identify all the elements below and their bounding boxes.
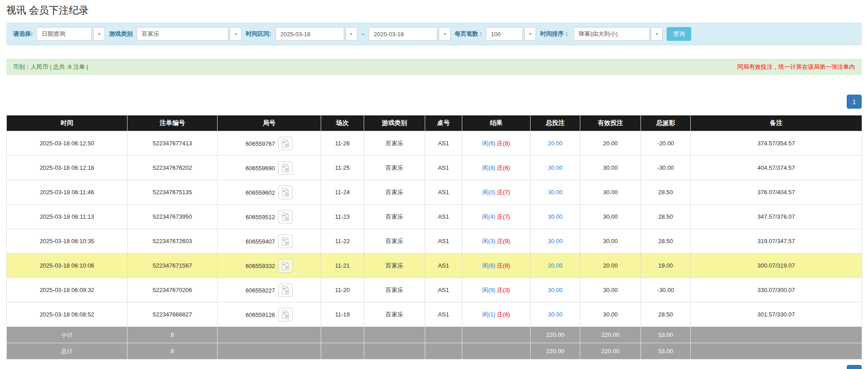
cell-table-no: AS1 bbox=[425, 254, 462, 278]
table-row[interactable]: 2025-03-18 06:11:46 522347675135 6065596… bbox=[7, 180, 862, 205]
cell-empty bbox=[691, 327, 862, 343]
table-row-highlighted[interactable]: 2025-03-18 06:10:06 522347671567 6065593… bbox=[7, 254, 862, 278]
page-size-value: 100 bbox=[486, 27, 523, 41]
cell-payout: -30.00 bbox=[641, 156, 691, 180]
cell-bet-id: 522347677413 bbox=[128, 131, 218, 156]
video-replay-button[interactable] bbox=[278, 210, 293, 224]
video-replay-button[interactable] bbox=[278, 161, 293, 175]
cell-total-bet: 20.00 bbox=[531, 131, 580, 156]
cell-time: 2025-03-18 06:12:18 bbox=[7, 156, 128, 180]
cell-empty bbox=[462, 327, 531, 343]
cell-valid-bet: 30.00 bbox=[580, 302, 641, 327]
cell-payout: 28.50 bbox=[641, 302, 691, 327]
game-type-dropdown[interactable]: 百家乐 ▼ bbox=[137, 27, 242, 41]
page-1-button[interactable]: 1 bbox=[847, 365, 862, 369]
total-bet-link[interactable]: 30.00 bbox=[548, 287, 563, 293]
cell-valid-bet: 30.00 bbox=[580, 205, 641, 229]
table-header-row: 时间 注单编号 局号 场次 游戏类别 桌号 结果 总投注 有效投注 总派彩 备注 bbox=[7, 115, 862, 131]
video-replay-button[interactable] bbox=[278, 137, 293, 150]
date-to-value: 2025-03-18 bbox=[369, 27, 437, 41]
search-button[interactable]: 查询 bbox=[667, 27, 691, 41]
cell-table-no: AS1 bbox=[425, 302, 462, 327]
currency-total-text: 币别：人民币 | 总共 :8 注单 | bbox=[13, 63, 88, 71]
cell-game-type: 百家乐 bbox=[364, 131, 425, 156]
header-time: 时间 bbox=[7, 115, 128, 131]
table-row[interactable]: 2025-03-18 06:08:52 522347668827 6065591… bbox=[7, 302, 862, 327]
cell-session: 11-21 bbox=[321, 254, 364, 278]
header-result: 结果 bbox=[462, 115, 531, 131]
page-size-dropdown[interactable]: 100 ▼ bbox=[486, 27, 536, 41]
cell-total-bet: 30.00 bbox=[531, 156, 580, 180]
cell-game-type: 百家乐 bbox=[364, 229, 425, 254]
table-row[interactable]: 2025-03-18 06:09:32 522347670206 6065592… bbox=[7, 278, 862, 302]
cell-round-id: 606559126 bbox=[218, 302, 321, 327]
chevron-down-icon: ▼ bbox=[651, 27, 663, 41]
cell-session: 11-20 bbox=[321, 278, 364, 302]
game-type-value: 百家乐 bbox=[137, 27, 228, 41]
chevron-down-icon: ▼ bbox=[230, 27, 242, 41]
cell-empty bbox=[691, 343, 862, 359]
total-bet-link[interactable]: 30.00 bbox=[548, 311, 563, 318]
filter-bar: 请选择: 日期查询 ▼ 游戏类别 百家乐 ▼ 时间区间: 2025-03-18 … bbox=[6, 23, 862, 45]
date-to-dropdown[interactable]: 2025-03-18 ▼ bbox=[369, 27, 451, 41]
summary-bar: 币别：人民币 | 总共 :8 注单 | 同局有效投注，统一计算在该局第一张注单内 bbox=[6, 59, 862, 75]
result-player: 闲(8) bbox=[482, 164, 495, 171]
cell-bet-id: 522347675135 bbox=[128, 180, 218, 205]
cell-valid-bet: 20.00 bbox=[580, 254, 641, 278]
table-row[interactable]: 2025-03-18 06:12:50 522347677413 6065597… bbox=[7, 131, 862, 156]
video-replay-button[interactable] bbox=[278, 235, 293, 248]
header-session: 场次 bbox=[321, 115, 364, 131]
round-id-text: 606559602 bbox=[246, 189, 275, 196]
total-bet-link[interactable]: 20.00 bbox=[548, 140, 563, 147]
cell-remark: 347.57/376.07 bbox=[691, 205, 862, 229]
cell-payout: 28.50 bbox=[641, 229, 691, 254]
cell-session: 11-26 bbox=[321, 131, 364, 156]
table-row[interactable]: 2025-03-18 06:12:18 522347676202 6065596… bbox=[7, 156, 862, 180]
cell-remark: 300.07/319.07 bbox=[691, 254, 862, 278]
cell-game-type: 百家乐 bbox=[364, 278, 425, 302]
cell-remark: 404.57/374.57 bbox=[691, 156, 862, 180]
header-payout: 总派彩 bbox=[641, 115, 691, 131]
video-replay-button[interactable] bbox=[278, 259, 293, 273]
date-from-dropdown[interactable]: 2025-03-18 ▼ bbox=[275, 27, 357, 41]
subtotal-valid-bet: 220.00 bbox=[580, 327, 641, 343]
header-round-id: 局号 bbox=[218, 115, 321, 131]
total-bet-link[interactable]: 30.00 bbox=[548, 238, 563, 244]
header-bet-id: 注单编号 bbox=[128, 115, 218, 131]
sort-order-value: 降冪(由大到小) bbox=[574, 27, 650, 41]
video-replay-button[interactable] bbox=[278, 308, 293, 321]
result-player: 闲(6) bbox=[482, 262, 495, 269]
cell-total-bet: 30.00 bbox=[531, 180, 580, 205]
query-type-dropdown[interactable]: 日期查询 ▼ bbox=[37, 27, 105, 41]
cell-bet-id: 522347671567 bbox=[128, 254, 218, 278]
header-remark: 备注 bbox=[691, 115, 862, 131]
total-bet-link[interactable]: 20.00 bbox=[548, 262, 563, 269]
game-type-label: 游戏类别 bbox=[109, 30, 133, 38]
cell-total-bet: 20.00 bbox=[531, 254, 580, 278]
cell-payout: 28.50 bbox=[641, 205, 691, 229]
cell-time: 2025-03-18 06:09:32 bbox=[7, 278, 128, 302]
cell-table-no: AS1 bbox=[425, 180, 462, 205]
cell-game-type: 百家乐 bbox=[364, 302, 425, 327]
total-bet-link[interactable]: 30.00 bbox=[548, 213, 563, 220]
pagination-bottom: 1 bbox=[6, 365, 862, 369]
table-row[interactable]: 2025-03-18 06:10:35 522347672603 6065594… bbox=[7, 229, 862, 254]
cell-empty bbox=[364, 343, 425, 359]
cell-round-id: 606559227 bbox=[218, 278, 321, 302]
result-player: 闲(1) bbox=[482, 311, 495, 318]
cell-remark: 374.57/354.57 bbox=[691, 131, 862, 156]
cell-remark: 301.57/330.07 bbox=[691, 302, 862, 327]
cell-session: 11-23 bbox=[321, 205, 364, 229]
page-1-button[interactable]: 1 bbox=[847, 95, 862, 109]
result-banker: 庄(7) bbox=[497, 189, 510, 196]
table-row[interactable]: 2025-03-18 06:11:13 522347673950 6065595… bbox=[7, 205, 862, 229]
valid-bet-note: 同局有效投注，统一计算在该局第一张注单内 bbox=[737, 63, 855, 71]
video-replay-button[interactable] bbox=[278, 186, 293, 199]
total-bet-link[interactable]: 30.00 bbox=[548, 189, 563, 196]
video-replay-button[interactable] bbox=[278, 283, 293, 297]
cell-total-bet: 30.00 bbox=[531, 302, 580, 327]
cell-game-type: 百家乐 bbox=[364, 180, 425, 205]
total-bet-link[interactable]: 30.00 bbox=[548, 164, 563, 171]
sort-order-dropdown[interactable]: 降冪(由大到小) ▼ bbox=[574, 27, 663, 41]
cell-game-type: 百家乐 bbox=[364, 254, 425, 278]
